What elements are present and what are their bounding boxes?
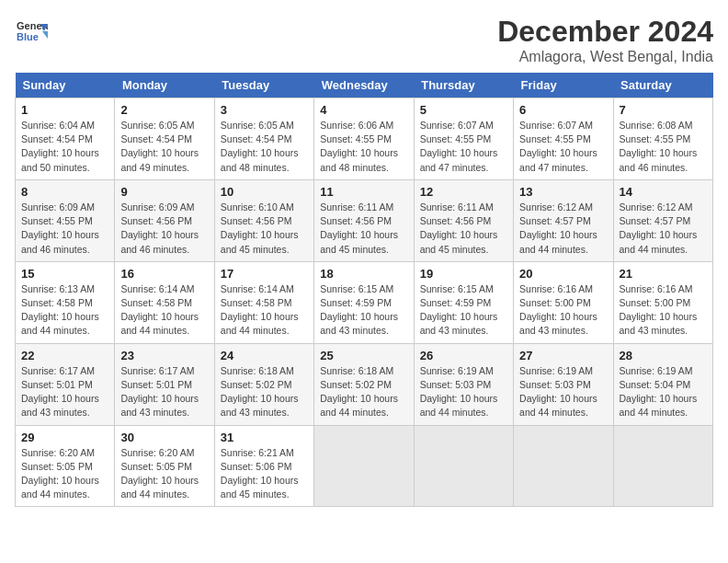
day-detail: Sunrise: 6:07 AMSunset: 4:55 PMDaylight:… bbox=[519, 119, 607, 175]
logo-icon: General Blue bbox=[15, 15, 48, 48]
day-detail: Sunrise: 6:12 AMSunset: 4:57 PMDaylight:… bbox=[519, 201, 607, 257]
calendar-cell: 1Sunrise: 6:04 AMSunset: 4:54 PMDaylight… bbox=[16, 98, 115, 180]
day-detail: Sunrise: 6:17 AMSunset: 5:01 PMDaylight:… bbox=[21, 364, 108, 420]
day-number: 16 bbox=[120, 267, 208, 281]
day-detail: Sunrise: 6:11 AMSunset: 4:56 PMDaylight:… bbox=[320, 201, 407, 257]
calendar-cell: 18Sunrise: 6:15 AMSunset: 4:59 PMDayligh… bbox=[314, 261, 414, 343]
day-number: 26 bbox=[420, 349, 507, 362]
day-number: 13 bbox=[519, 185, 607, 199]
column-header-sunday: Sunday bbox=[16, 73, 115, 98]
calendar-subtitle: Amlagora, West Bengal, India bbox=[497, 49, 713, 65]
day-number: 6 bbox=[519, 103, 607, 117]
calendar-cell bbox=[613, 425, 712, 507]
column-header-thursday: Thursday bbox=[414, 73, 513, 98]
day-detail: Sunrise: 6:19 AMSunset: 5:03 PMDaylight:… bbox=[519, 364, 607, 420]
calendar-cell: 2Sunrise: 6:05 AMSunset: 4:54 PMDaylight… bbox=[115, 98, 214, 180]
calendar-cell bbox=[414, 425, 513, 507]
calendar-cell: 13Sunrise: 6:12 AMSunset: 4:57 PMDayligh… bbox=[514, 179, 613, 261]
calendar-cell: 19Sunrise: 6:15 AMSunset: 4:59 PMDayligh… bbox=[414, 261, 513, 343]
calendar-cell: 30Sunrise: 6:20 AMSunset: 5:05 PMDayligh… bbox=[115, 425, 214, 507]
day-detail: Sunrise: 6:20 AMSunset: 5:05 PMDaylight:… bbox=[120, 446, 208, 502]
calendar-cell: 28Sunrise: 6:19 AMSunset: 5:04 PMDayligh… bbox=[613, 343, 712, 425]
day-number: 18 bbox=[320, 267, 407, 281]
calendar-cell: 12Sunrise: 6:11 AMSunset: 4:56 PMDayligh… bbox=[414, 179, 513, 261]
calendar-cell: 3Sunrise: 6:05 AMSunset: 4:54 PMDaylight… bbox=[214, 98, 313, 180]
day-detail: Sunrise: 6:14 AMSunset: 4:58 PMDaylight:… bbox=[221, 282, 308, 339]
day-detail: Sunrise: 6:07 AMSunset: 4:55 PMDaylight:… bbox=[420, 119, 507, 175]
day-number: 7 bbox=[620, 103, 707, 117]
calendar-cell: 24Sunrise: 6:18 AMSunset: 5:02 PMDayligh… bbox=[214, 343, 313, 425]
column-header-wednesday: Wednesday bbox=[314, 73, 414, 98]
day-detail: Sunrise: 6:08 AMSunset: 4:55 PMDaylight:… bbox=[620, 119, 707, 175]
day-detail: Sunrise: 6:13 AMSunset: 4:58 PMDaylight:… bbox=[21, 282, 108, 339]
day-detail: Sunrise: 6:05 AMSunset: 4:54 PMDaylight:… bbox=[120, 119, 208, 175]
day-detail: Sunrise: 6:10 AMSunset: 4:56 PMDaylight:… bbox=[221, 201, 308, 257]
column-header-saturday: Saturday bbox=[613, 73, 712, 98]
day-number: 8 bbox=[21, 185, 108, 199]
column-header-tuesday: Tuesday bbox=[214, 73, 313, 98]
calendar-cell bbox=[514, 425, 613, 507]
day-number: 28 bbox=[620, 349, 707, 362]
calendar-title: December 2024 bbox=[497, 15, 713, 49]
day-number: 24 bbox=[221, 349, 308, 362]
calendar-cell: 14Sunrise: 6:12 AMSunset: 4:57 PMDayligh… bbox=[613, 179, 712, 261]
day-detail: Sunrise: 6:05 AMSunset: 4:54 PMDaylight:… bbox=[221, 119, 308, 175]
day-detail: Sunrise: 6:15 AMSunset: 4:59 PMDaylight:… bbox=[320, 282, 407, 339]
day-number: 10 bbox=[221, 185, 308, 199]
day-number: 19 bbox=[420, 267, 507, 281]
calendar-cell: 17Sunrise: 6:14 AMSunset: 4:58 PMDayligh… bbox=[214, 261, 313, 343]
calendar-cell: 7Sunrise: 6:08 AMSunset: 4:55 PMDaylight… bbox=[613, 98, 712, 180]
calendar-cell: 11Sunrise: 6:11 AMSunset: 4:56 PMDayligh… bbox=[314, 179, 414, 261]
day-number: 1 bbox=[21, 103, 108, 117]
day-detail: Sunrise: 6:21 AMSunset: 5:06 PMDaylight:… bbox=[221, 446, 308, 502]
day-number: 4 bbox=[320, 103, 407, 117]
day-number: 3 bbox=[221, 103, 308, 117]
column-header-friday: Friday bbox=[514, 73, 613, 98]
calendar-cell: 10Sunrise: 6:10 AMSunset: 4:56 PMDayligh… bbox=[214, 179, 313, 261]
day-detail: Sunrise: 6:16 AMSunset: 5:00 PMDaylight:… bbox=[519, 282, 607, 339]
day-detail: Sunrise: 6:12 AMSunset: 4:57 PMDaylight:… bbox=[620, 201, 707, 257]
day-detail: Sunrise: 6:17 AMSunset: 5:01 PMDaylight:… bbox=[120, 364, 208, 420]
day-number: 31 bbox=[221, 431, 308, 444]
calendar-cell: 4Sunrise: 6:06 AMSunset: 4:55 PMDaylight… bbox=[314, 98, 414, 180]
day-detail: Sunrise: 6:09 AMSunset: 4:56 PMDaylight:… bbox=[120, 201, 208, 257]
calendar-week-row: 1Sunrise: 6:04 AMSunset: 4:54 PMDaylight… bbox=[16, 98, 713, 180]
calendar-cell: 6Sunrise: 6:07 AMSunset: 4:55 PMDaylight… bbox=[514, 98, 613, 180]
calendar-cell: 25Sunrise: 6:18 AMSunset: 5:02 PMDayligh… bbox=[314, 343, 414, 425]
calendar-cell: 27Sunrise: 6:19 AMSunset: 5:03 PMDayligh… bbox=[514, 343, 613, 425]
calendar-cell: 29Sunrise: 6:20 AMSunset: 5:05 PMDayligh… bbox=[16, 425, 115, 507]
day-number: 2 bbox=[120, 103, 208, 117]
calendar-week-row: 29Sunrise: 6:20 AMSunset: 5:05 PMDayligh… bbox=[16, 425, 713, 507]
day-number: 17 bbox=[221, 267, 308, 281]
calendar-cell: 26Sunrise: 6:19 AMSunset: 5:03 PMDayligh… bbox=[414, 343, 513, 425]
day-number: 21 bbox=[620, 267, 707, 281]
calendar-cell: 22Sunrise: 6:17 AMSunset: 5:01 PMDayligh… bbox=[16, 343, 115, 425]
calendar-cell: 9Sunrise: 6:09 AMSunset: 4:56 PMDaylight… bbox=[115, 179, 214, 261]
day-number: 9 bbox=[120, 185, 208, 199]
calendar-week-row: 22Sunrise: 6:17 AMSunset: 5:01 PMDayligh… bbox=[16, 343, 713, 425]
title-area: December 2024 Amlagora, West Bengal, Ind… bbox=[497, 15, 713, 65]
calendar-week-row: 8Sunrise: 6:09 AMSunset: 4:55 PMDaylight… bbox=[16, 179, 713, 261]
calendar-cell: 15Sunrise: 6:13 AMSunset: 4:58 PMDayligh… bbox=[16, 261, 115, 343]
calendar-table: SundayMondayTuesdayWednesdayThursdayFrid… bbox=[15, 73, 713, 507]
day-number: 20 bbox=[519, 267, 607, 281]
day-detail: Sunrise: 6:09 AMSunset: 4:55 PMDaylight:… bbox=[21, 201, 108, 257]
day-number: 30 bbox=[120, 431, 208, 444]
day-detail: Sunrise: 6:11 AMSunset: 4:56 PMDaylight:… bbox=[420, 201, 507, 257]
calendar-cell bbox=[314, 425, 414, 507]
day-detail: Sunrise: 6:14 AMSunset: 4:58 PMDaylight:… bbox=[120, 282, 208, 339]
day-number: 23 bbox=[120, 349, 208, 362]
calendar-cell: 16Sunrise: 6:14 AMSunset: 4:58 PMDayligh… bbox=[115, 261, 214, 343]
day-number: 27 bbox=[519, 349, 607, 362]
calendar-cell: 8Sunrise: 6:09 AMSunset: 4:55 PMDaylight… bbox=[16, 179, 115, 261]
day-detail: Sunrise: 6:06 AMSunset: 4:55 PMDaylight:… bbox=[320, 119, 407, 175]
day-number: 29 bbox=[21, 431, 108, 444]
day-detail: Sunrise: 6:19 AMSunset: 5:04 PMDaylight:… bbox=[620, 364, 707, 420]
day-detail: Sunrise: 6:20 AMSunset: 5:05 PMDaylight:… bbox=[21, 446, 108, 502]
day-detail: Sunrise: 6:15 AMSunset: 4:59 PMDaylight:… bbox=[420, 282, 507, 339]
day-number: 11 bbox=[320, 185, 407, 199]
day-number: 12 bbox=[420, 185, 507, 199]
page-header: General Blue December 2024 Amlagora, Wes… bbox=[15, 15, 713, 65]
calendar-cell: 5Sunrise: 6:07 AMSunset: 4:55 PMDaylight… bbox=[414, 98, 513, 180]
day-number: 15 bbox=[21, 267, 108, 281]
